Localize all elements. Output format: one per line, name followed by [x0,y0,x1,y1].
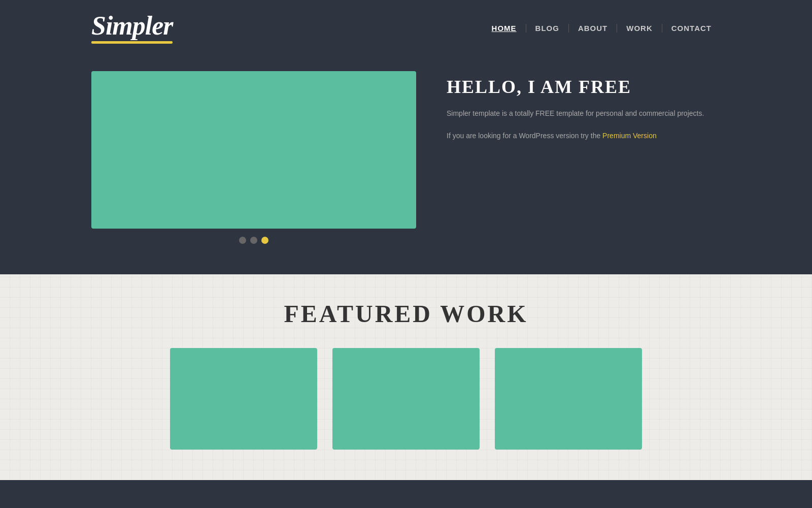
work-card-1[interactable] [170,348,317,450]
logo[interactable]: Simpler [91,13,173,44]
slider-dot-3[interactable] [261,237,268,244]
work-grid [101,348,710,450]
nav-work[interactable]: WORK [617,24,662,33]
site-header: Simpler HOME BLOG ABOUT WORK CONTACT [0,0,812,56]
hero-image [91,71,416,229]
premium-link[interactable]: Premium Version [602,132,657,140]
featured-section: FEATURED WORK [0,274,812,480]
featured-title: FEATURED WORK [101,300,710,328]
hero-section: HELLO, I AM FREE Simpler template is a t… [0,56,812,274]
hero-content: HELLO, I AM FREE Simpler template is a t… [447,71,721,142]
logo-text: Simpler [91,13,173,39]
main-nav: HOME BLOG ABOUT WORK CONTACT [483,24,721,33]
nav-home[interactable]: HOME [483,24,526,33]
work-card-image-2 [332,348,480,450]
work-card-3[interactable] [495,348,642,450]
hero-desc1: Simpler template is a totally FREE templ… [447,108,721,120]
hero-desc2-text: If you are looking for a WordPress versi… [447,132,600,140]
work-card-image-3 [495,348,642,450]
work-card-2[interactable] [332,348,480,450]
logo-underline [91,41,173,44]
nav-about[interactable]: ABOUT [569,24,617,33]
hero-desc2: If you are looking for a WordPress versi… [447,130,721,142]
slider-dot-1[interactable] [239,237,246,244]
hero-title: HELLO, I AM FREE [447,76,721,98]
hero-image-container [91,71,416,244]
work-card-image-1 [170,348,317,450]
nav-contact[interactable]: CONTACT [662,24,721,33]
nav-blog[interactable]: BLOG [526,24,569,33]
slider-dots [91,237,416,244]
slider-dot-2[interactable] [250,237,257,244]
